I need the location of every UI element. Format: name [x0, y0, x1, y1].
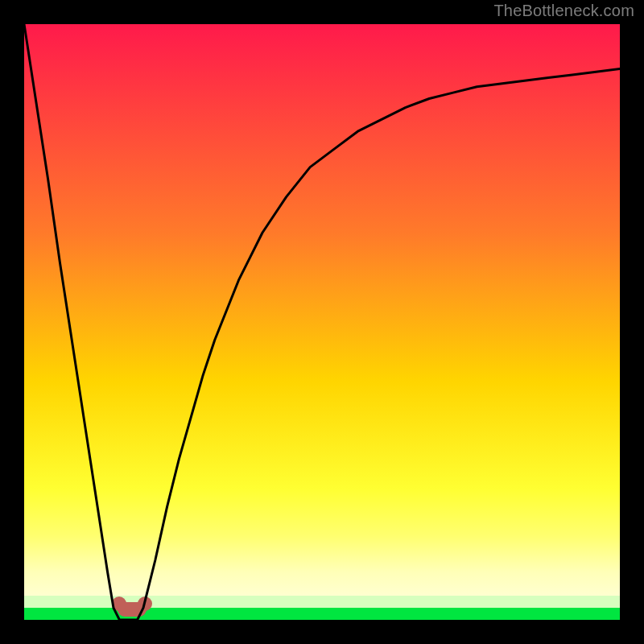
- gradient-bg: [24, 24, 620, 620]
- plot-area: [24, 24, 620, 620]
- bottleneck-chart: [0, 0, 644, 644]
- chart-container: TheBottleneck.com: [0, 0, 644, 644]
- attribution-text: TheBottleneck.com: [493, 2, 634, 20]
